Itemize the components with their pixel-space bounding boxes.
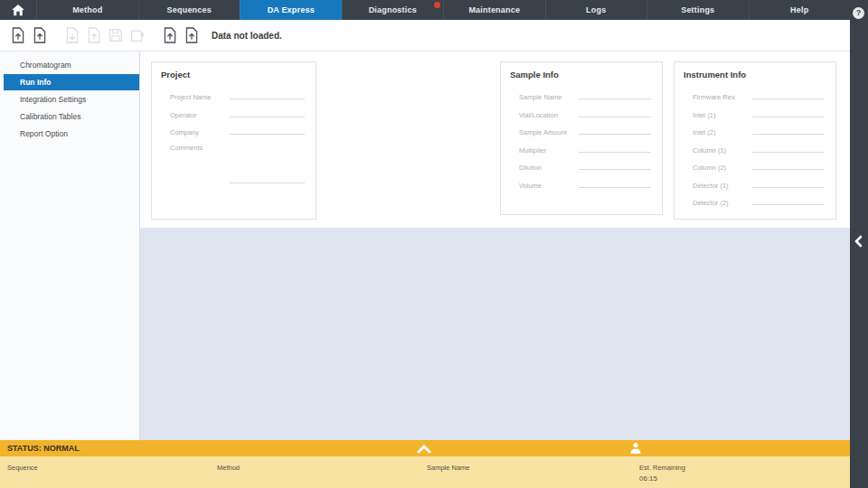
sample-info-panel: Sample Info Sample Name Vial/Location Sa… xyxy=(500,61,663,215)
chevron-up-icon xyxy=(417,444,431,455)
multiplier-input[interactable] xyxy=(579,144,651,153)
save-icon xyxy=(105,24,127,46)
dilution-input[interactable] xyxy=(579,161,651,170)
upload-file-icon xyxy=(83,24,105,46)
operator-label: Operator xyxy=(170,111,230,119)
field-row: Vial/Location xyxy=(510,108,651,127)
sidebar-item-calibration-tables[interactable]: Calibration Tables xyxy=(4,108,139,125)
inlet-2-value xyxy=(752,126,825,135)
sidebar-item-report-option[interactable]: Report Option xyxy=(4,126,139,142)
field-row: Column (1) xyxy=(684,144,825,162)
project-name-label: Project Name xyxy=(170,93,230,101)
save-as-icon xyxy=(127,24,148,46)
field-row: Inlet (2) xyxy=(684,126,825,144)
column-1-value xyxy=(752,144,825,153)
home-icon xyxy=(12,5,24,16)
sample-name-input[interactable] xyxy=(579,90,651,99)
field-row: Sample Amount xyxy=(510,126,651,144)
volume-label: Volume xyxy=(519,182,579,190)
status-label: STATUS: NORMAL xyxy=(0,444,80,453)
sidebar-item-chromatogram[interactable]: Chromatogram xyxy=(4,57,139,73)
detector-2-value xyxy=(752,196,825,205)
field-row: Dilution xyxy=(510,161,651,179)
help-button[interactable]: ? xyxy=(853,7,864,19)
volume-input[interactable] xyxy=(579,179,651,188)
company-label: Company xyxy=(170,128,230,136)
collapse-panel-button[interactable] xyxy=(854,235,863,251)
sample-amount-input[interactable] xyxy=(579,126,651,135)
comments-input[interactable] xyxy=(230,174,305,183)
field-row: Operator xyxy=(161,108,305,127)
field-row: Company xyxy=(161,126,305,144)
sidebar-item-integration-settings[interactable]: Integration Settings xyxy=(4,91,139,108)
field-row: Project Name xyxy=(161,90,305,108)
est-remaining-value: 06:15 xyxy=(639,474,657,483)
tab-diagnostics[interactable]: Diagnostics xyxy=(342,0,444,20)
run-queue-bar: Sequence Method Sample Name Est. Remaini… xyxy=(0,456,850,488)
sample-amount-label: Sample Amount xyxy=(519,128,579,136)
column-2-label: Column (2) xyxy=(693,164,752,172)
field-row: Detector (2) xyxy=(684,196,825,214)
tab-sequences[interactable]: Sequences xyxy=(138,0,241,20)
project-panel-title: Project xyxy=(161,70,305,80)
status-bar: STATUS: NORMAL xyxy=(0,440,850,456)
method-label: Method xyxy=(217,464,240,472)
sequence-label: Sequence xyxy=(7,464,38,472)
sidebar-item-run-info[interactable]: Run Info xyxy=(4,74,139,90)
da-express-sidebar: Chromatogram Run Info Integration Settin… xyxy=(0,52,140,440)
field-row: Firmware Rev. xyxy=(684,90,825,108)
data-load-status: Data not loaded. xyxy=(212,31,282,41)
load-report-file-icon[interactable] xyxy=(181,24,203,46)
detector-1-label: Detector (1) xyxy=(693,182,752,190)
run-info-page: Project Project Name Operator Company Co… xyxy=(140,52,850,440)
detector-1-value xyxy=(752,179,825,188)
tab-diagnostics-label: Diagnostics xyxy=(369,5,417,14)
field-row: Sample Name xyxy=(510,90,651,108)
company-input[interactable] xyxy=(230,126,305,135)
comments-label: Comments xyxy=(170,144,230,152)
column-2-value xyxy=(752,161,825,170)
firmware-rev-label: Firmware Rev. xyxy=(693,93,752,101)
chevron-left-icon xyxy=(854,235,863,248)
est-remaining-label: Est. Remaining xyxy=(639,464,685,472)
user-icon xyxy=(629,442,642,455)
operator-input[interactable] xyxy=(230,108,305,117)
field-row: Volume xyxy=(510,179,651,197)
field-row: Column (2) xyxy=(684,161,825,179)
vial-location-input[interactable] xyxy=(579,108,651,117)
right-rail: ? xyxy=(850,0,868,488)
multiplier-label: Multiplier xyxy=(519,146,579,155)
tab-help[interactable]: Help xyxy=(749,0,851,20)
load-sequence-file-icon[interactable] xyxy=(159,24,181,46)
field-row: Multiplier xyxy=(510,144,651,162)
project-name-input[interactable] xyxy=(230,90,305,99)
inlet-1-label: Inlet (1) xyxy=(693,111,752,119)
load-method-file-icon[interactable] xyxy=(29,24,51,46)
sample-info-panel-title: Sample Info xyxy=(510,70,651,80)
instrument-info-panel: Instrument Info Firmware Rev. Inlet (1) … xyxy=(674,61,836,220)
tab-logs[interactable]: Logs xyxy=(545,0,647,20)
sample-name-label: Sample Name xyxy=(519,93,579,101)
home-button[interactable] xyxy=(0,0,36,20)
tab-da-express[interactable]: DA Express xyxy=(240,0,342,20)
top-navbar: Method Sequences DA Express Diagnostics … xyxy=(0,0,868,20)
application-window: Method Sequences DA Express Diagnostics … xyxy=(0,0,868,488)
diagnostics-alert-dot xyxy=(434,2,440,8)
detector-2-label: Detector (2) xyxy=(693,199,752,207)
field-row: Detector (1) xyxy=(684,179,825,197)
project-panel: Project Project Name Operator Company Co… xyxy=(151,61,316,220)
field-row: Inlet (1) xyxy=(684,108,825,127)
tab-maintenance[interactable]: Maintenance xyxy=(443,0,545,20)
inlet-1-value xyxy=(752,108,825,117)
tab-method[interactable]: Method xyxy=(36,0,138,20)
load-data-file-icon[interactable] xyxy=(7,24,29,46)
column-1-label: Column (1) xyxy=(693,146,752,155)
file-toolbar: Data not loaded. xyxy=(0,20,850,52)
tab-settings[interactable]: Settings xyxy=(646,0,749,20)
sample-name-label: Sample Name xyxy=(427,464,470,472)
field-row: Comments xyxy=(161,144,305,183)
vial-location-label: Vial/Location xyxy=(519,111,579,119)
instrument-info-panel-title: Instrument Info xyxy=(684,70,825,80)
export-file-icon xyxy=(61,24,83,46)
inlet-2-label: Inlet (2) xyxy=(693,128,752,136)
